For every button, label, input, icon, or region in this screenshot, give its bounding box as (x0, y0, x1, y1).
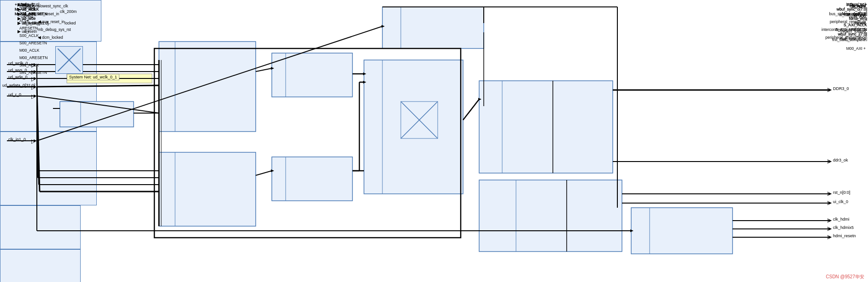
signal-ud-wde: ud_wde_0 (8, 75, 28, 79)
arrow-ddr3: ▷ (827, 86, 832, 93)
svg-marker-56 (363, 72, 366, 75)
svg-rect-92 (154, 48, 461, 238)
diagram-container: clk_wiz_0 clk_in1 clk_200m locked Clocki… (0, 0, 868, 282)
svg-line-62 (463, 99, 479, 120)
svg-rect-8 (272, 157, 352, 201)
svg-rect-4 (159, 152, 256, 226)
svg-line-51 (256, 68, 272, 72)
arrow-wclk: ▷ (31, 62, 35, 68)
arrow-r: ▷ (31, 93, 35, 100)
arrow-wdata: ▷ (31, 84, 35, 90)
svg-rect-6 (272, 53, 352, 97)
uifdma-0-block: uiFDMA_0 + FDMA_S M_AXI_ACLK M_AXI_ARESE… (0, 205, 81, 249)
arrow-uiclk: ▷ (827, 199, 832, 206)
watermark: CSDN @9527华安 (826, 274, 864, 280)
svg-marker-61 (363, 81, 366, 84)
signal-ud-wclk: ud_wclk_0 (8, 61, 28, 66)
signal-rst-n: rst_n[0:0] (833, 190, 850, 195)
wires-svg (0, 0, 868, 282)
arrow-rst: ▷ (827, 190, 832, 197)
signal-ddr3-out: DDR3_0 (833, 86, 849, 91)
signal-ud-r: ud_r_0 (8, 92, 21, 97)
svg-marker-54 (271, 169, 274, 172)
svg-line-53 (256, 171, 272, 175)
signal-hdmi-resetn: hdmi_resetn (833, 234, 856, 238)
arrow-ddr3ok: ▷ (827, 158, 832, 164)
arrow-clkin: ▷ (31, 138, 35, 144)
arrow-wde: ▷ (31, 76, 35, 82)
svg-rect-2 (159, 42, 256, 132)
svg-rect-10 (364, 60, 463, 194)
svg-line-14 (401, 102, 438, 138)
svg-rect-12 (401, 102, 438, 138)
signal-ddr3-ok: ddr3_ok (833, 158, 848, 162)
signal-clk-hdmix5: clk_hdmix5 (833, 225, 854, 230)
svg-marker-63 (478, 98, 481, 101)
arrow-hdmiresetn: ▷ (827, 234, 832, 240)
svg-marker-83 (381, 25, 385, 28)
svg-marker-52 (271, 67, 274, 70)
arrow-clkhdmi: ▷ (827, 217, 832, 223)
uifdma-1-block: uiFDMA_1 + FDMA_S M_AXI_ACLK M_AXI_ARESE… (0, 249, 81, 282)
svg-marker-86 (630, 229, 633, 232)
svg-rect-15 (479, 81, 613, 173)
signal-clk-hdmi: clk_hdmi (833, 217, 850, 222)
svg-rect-18 (479, 180, 622, 252)
svg-rect-21 (631, 208, 733, 254)
uifdma-dbuf-1-block: uifdma_dbuf_1 ▶ ud_w ▶ ud_wclk ▶ ud_wvs … (0, 132, 97, 205)
svg-line-13 (401, 102, 438, 138)
arrow-wvs: ▷ (31, 69, 35, 75)
signal-clk-in1: clk_in1_0 (8, 137, 26, 142)
signal-ui-clk: ui_clk_0 (833, 199, 848, 204)
svg-rect-0 (382, 7, 484, 48)
signal-ud-wdata: ud_wdata_0[31:0] (2, 83, 35, 88)
system-net-label: System Net: ud_wclk_0_1 (67, 74, 119, 80)
signal-ud-wvs: ud_wvs_0 (8, 68, 27, 72)
arrow-clkhdmix5: ▷ (827, 225, 832, 232)
